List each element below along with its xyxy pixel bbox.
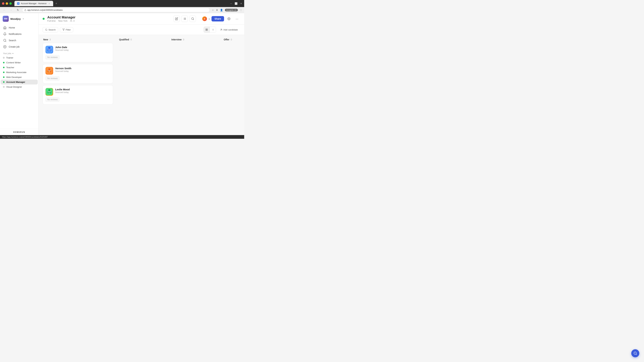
svg-point-51: [48, 91, 49, 92]
sidebar-job-web-developer[interactable]: Web Developer: [1, 75, 38, 80]
address-actions: ☆ ⬇ 👤 Incognito (2) ⋮: [212, 9, 242, 11]
svg-point-44: [50, 70, 50, 71]
header-search-icon: [191, 17, 194, 20]
header-actions: A 1 Share ···: [174, 15, 240, 22]
nav-refresh-button[interactable]: ↻: [16, 8, 20, 12]
new-tab-button[interactable]: +: [54, 1, 58, 6]
sidebar-job-marketing-associate[interactable]: Marketing Associate: [1, 70, 38, 75]
sidebar-job-account-manager[interactable]: Account Manager: [1, 80, 38, 84]
your-jobs-label: Your jobs: [3, 52, 12, 55]
sidebar-footer: HOMERUN: [0, 129, 38, 135]
card-top-john-dale: John Dale Sourced today: [46, 46, 110, 53]
sidebar-item-notifications[interactable]: Notifications: [1, 31, 37, 37]
window-controls-right: ─ ⬜ ✕: [230, 2, 242, 5]
window-restore-icon[interactable]: ⬜: [234, 2, 238, 5]
vernon-smith-avatar-illustration: [46, 67, 52, 74]
team-avatar-group: A 1: [202, 16, 210, 21]
job-status-dot-visual-designer: [3, 86, 4, 88]
candidate-card-john-dale[interactable]: John Dale Sourced today No reviews: [42, 43, 113, 62]
svg-point-45: [48, 68, 50, 70]
search-button[interactable]: Search: [42, 27, 58, 32]
settings-button[interactable]: [226, 15, 232, 22]
grid-view-button[interactable]: [204, 27, 210, 32]
window-minimize-icon[interactable]: ─: [230, 2, 232, 5]
sidebar-item-notifications-label: Notifications: [9, 33, 22, 35]
sidebar-job-content-writer-label: Content Writer: [6, 61, 21, 64]
svg-point-16: [46, 29, 47, 30]
job-status-dot-account-manager: [3, 81, 4, 83]
window-maximize-button[interactable]: [10, 2, 12, 5]
edit-button[interactable]: [174, 15, 180, 22]
main-content: Account Manager Full-time · New York · 3: [38, 13, 244, 135]
list-view-button[interactable]: [210, 27, 216, 32]
team-icon: [70, 20, 72, 22]
sidebar-job-content-writer[interactable]: Content Writer: [1, 60, 38, 65]
col-title-offer: Offer: [224, 38, 229, 41]
homerun-logo: HOMERUN: [3, 131, 36, 133]
svg-point-43: [48, 70, 49, 71]
candidate-info-leslie-mood: Leslie Mood Sourced today: [55, 88, 110, 93]
job-location: New York: [58, 19, 68, 22]
add-person-icon: [220, 28, 222, 31]
company-chevron-icon[interactable]: ▾: [23, 18, 24, 20]
window-close-button[interactable]: [2, 2, 4, 5]
kanban-column-qualified: Qualified 0: [118, 38, 165, 132]
job-meta: Full-time · New York · 3: [47, 19, 171, 22]
sidebar-job-teacher[interactable]: Teacher: [1, 65, 38, 70]
candidate-name-vernon-smith: Vernon Smith: [55, 67, 110, 70]
svg-line-2: [6, 41, 6, 42]
sidebar-item-create-job[interactable]: Create job: [1, 43, 37, 50]
svg-point-29: [221, 29, 222, 30]
filter-button[interactable]: Filter: [60, 27, 73, 32]
menu-icon[interactable]: ⋮: [240, 9, 242, 11]
more-options-button[interactable]: ···: [234, 15, 240, 22]
share-button[interactable]: Share: [212, 16, 224, 21]
window-minimize-button[interactable]: [6, 2, 8, 5]
candidate-info-john-dale: John Dale Sourced today: [55, 46, 110, 51]
window-close-icon[interactable]: ✕: [240, 2, 242, 5]
address-bar: ← → ↻ app.homerun.co/job/336500/candidat…: [0, 7, 244, 13]
john-dale-avatar-illustration: [46, 46, 52, 53]
nav-forward-button[interactable]: →: [9, 8, 14, 12]
bookmark-icon[interactable]: ☆: [212, 9, 214, 11]
sidebar-job-trainer[interactable]: Trainer: [1, 55, 38, 60]
lock-icon: [24, 9, 26, 11]
sidebar-item-home-label: Home: [9, 26, 15, 29]
sidebar-item-search-label: Search: [9, 39, 16, 42]
col-header-new: New 3: [42, 38, 113, 43]
sidebar-job-visual-designer[interactable]: Visual Designer: [1, 84, 38, 89]
candidate-name-leslie-mood: Leslie Mood: [55, 88, 110, 91]
job-active-status-dot: [42, 18, 44, 20]
browser-tab-active[interactable]: H Account Manager · Homerun ×: [14, 1, 53, 6]
col-title-interview: Interview: [172, 38, 182, 41]
svg-point-52: [50, 91, 50, 92]
sidebar-jobs-list: Trainer Content Writer Teacher Marketing…: [0, 55, 38, 129]
job-status-dot-teacher: [3, 67, 4, 68]
sidebar-job-teacher-label: Teacher: [6, 66, 14, 69]
download-icon[interactable]: ⬇: [216, 9, 218, 11]
team-member-avatar: A: [202, 16, 207, 21]
job-meta-separator2: ·: [68, 19, 69, 22]
your-jobs-section[interactable]: Your jobs ▾: [0, 51, 38, 55]
profile-icon[interactable]: 👤: [220, 9, 223, 11]
col-header-qualified: Qualified 0: [118, 38, 165, 43]
url-bar[interactable]: app.homerun.co/job/336500/candidates: [22, 8, 210, 12]
col-count-qualified: 0: [130, 38, 132, 41]
job-status-dot-content-writer: [3, 62, 4, 63]
team-member-count: 1: [209, 17, 210, 20]
tab-close-button[interactable]: ×: [48, 2, 50, 5]
bell-icon: [3, 32, 7, 36]
header-search-button[interactable]: [190, 15, 196, 22]
candidate-reviews-vernon-smith: No reviews: [46, 76, 60, 81]
sidebar-nav: Home Notifications Search: [0, 24, 38, 51]
nav-back-button[interactable]: ←: [2, 8, 7, 12]
candidate-card-vernon-smith[interactable]: Vernon Smith Sourced today No reviews: [42, 64, 113, 83]
candidate-card-leslie-mood[interactable]: Leslie Mood Sourced today No reviews: [42, 85, 113, 105]
sidebar-job-marketing-associate-label: Marketing Associate: [6, 71, 26, 73]
checklist-button[interactable]: [182, 15, 188, 22]
add-candidate-label: Add candidate: [224, 28, 238, 31]
sidebar-item-home[interactable]: Home: [1, 24, 37, 31]
sidebar-item-search[interactable]: Search: [1, 37, 37, 43]
add-candidate-button[interactable]: Add candidate: [218, 27, 240, 32]
tab-favicon: H: [17, 2, 20, 5]
